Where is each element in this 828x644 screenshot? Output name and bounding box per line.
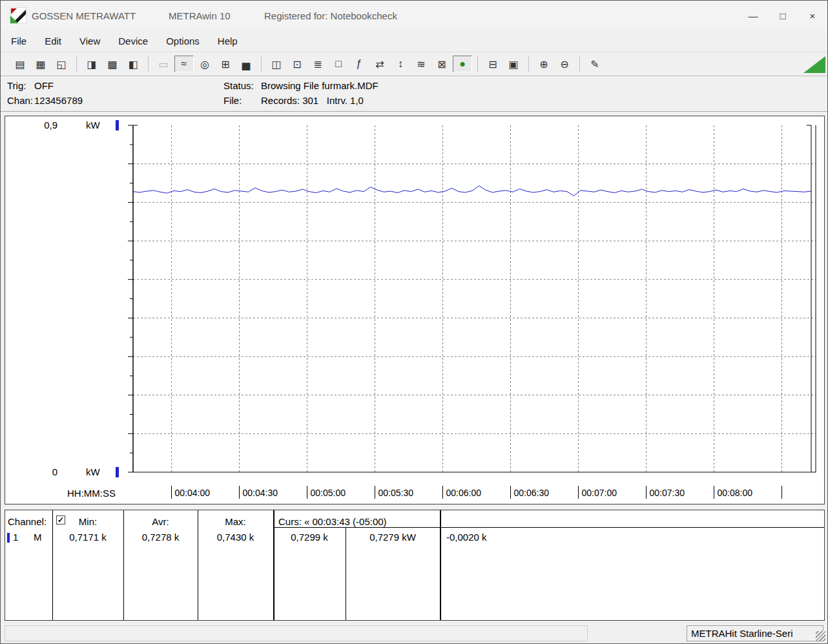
status-label: Status: <box>223 80 261 91</box>
channel-mode: M <box>34 532 42 543</box>
title-brand: GOSSEN METRAWATT <box>32 10 136 21</box>
channel-color-marker <box>7 533 10 543</box>
arrange-windows-button[interactable]: ◫ <box>267 56 286 72</box>
print-preview-button[interactable]: ⊟ <box>483 56 502 72</box>
x-tick-label: 00:07:30 <box>650 488 685 498</box>
close-button[interactable]: × <box>798 1 827 30</box>
device-name: METRAHit Starline-Seri <box>691 628 793 639</box>
zoom-amplitude-button[interactable]: ⊖ <box>555 56 574 72</box>
col-header-avr: Avr: <box>123 516 198 527</box>
x-tick-label: 00:05:30 <box>378 488 414 498</box>
copy-channels-button[interactable]: ⊠ <box>432 56 451 72</box>
envelope-curve-button[interactable]: ≋ <box>411 56 431 72</box>
menu-item-options[interactable]: Options <box>157 32 209 50</box>
statusbar-message-panel <box>5 625 588 641</box>
menu-item-edit[interactable]: Edit <box>36 32 70 50</box>
toolbar-separator <box>148 56 149 72</box>
status-bar: METRAHit Starline-Seri <box>1 623 827 643</box>
maximize-button[interactable]: □ <box>768 1 798 30</box>
device-memory-button[interactable]: ▩ <box>103 56 122 72</box>
x-tick-label: 00:08:00 <box>718 488 753 498</box>
x-tick-label: 00:04:00 <box>175 488 211 498</box>
channels-label: Chan: <box>7 95 34 106</box>
channel-avr-value: 0,7278 k <box>123 532 198 543</box>
title-app-name: METRAwin 10 <box>169 10 231 21</box>
x-axis-format-label: HH:MM:SS <box>67 488 116 499</box>
cursor-delta-value: -0,0020 k <box>446 532 487 543</box>
annotation-button[interactable]: ✎ <box>585 56 605 72</box>
monitor-view-button[interactable]: □ <box>329 56 348 72</box>
x-tick-label: 00:05:00 <box>311 488 346 498</box>
bargraph-view-button[interactable]: ▅ <box>236 56 256 72</box>
menu-item-device[interactable]: Device <box>109 32 157 50</box>
toolbar-separator <box>528 56 529 72</box>
info-bar: Trig:OFF Chan:123456789 Status:Browsing … <box>1 76 827 112</box>
export-data-button[interactable]: ⊡ <box>287 56 307 72</box>
x-tick-label: 00:07:00 <box>582 488 617 498</box>
open-file-button[interactable]: ◱ <box>52 56 71 72</box>
y-min-unit-label: kW <box>86 466 101 477</box>
toolbar-separator <box>261 56 262 72</box>
y-max-unit-label: kW <box>86 119 101 130</box>
channel-max-value: 0,7430 k <box>198 532 273 543</box>
y-min-label: 0 <box>52 466 57 477</box>
window-controls: — □ × <box>738 1 827 30</box>
title-bar: GOSSEN METRAWATT METRAwin 10 Registered … <box>1 1 827 30</box>
title-registered: Registered for: Notebookcheck <box>264 10 397 21</box>
col-header-max: Max: <box>198 516 273 527</box>
y-max-label: 0,9 <box>44 119 57 130</box>
device-name-panel: METRAHit Starline-Seri <box>687 625 823 641</box>
y-max-marker <box>116 120 119 130</box>
power-trace <box>133 186 811 196</box>
toolbar-separator <box>579 56 580 72</box>
print-button[interactable]: ▣ <box>504 56 523 72</box>
menu-item-file[interactable]: File <box>2 32 36 50</box>
minmax-curve-button[interactable]: ↕ <box>391 56 410 72</box>
channel-table-panel: Channel: ✓ Min: Avr: Max: Curs: « 00:03:… <box>5 510 825 621</box>
formula-editor-button[interactable]: ƒ <box>349 56 369 72</box>
xy-view-button[interactable]: ◎ <box>195 56 214 72</box>
yt-chart-view-button[interactable]: ≈ <box>174 56 194 72</box>
col-header-min: Min: <box>52 516 123 527</box>
cursor-header-underline <box>273 527 824 528</box>
app-window: GOSSEN METRAWATT METRAwin 10 Registered … <box>0 0 828 644</box>
resize-grip[interactable] <box>816 631 825 641</box>
y-min-marker <box>116 467 119 477</box>
channel-number: 1 <box>13 532 18 543</box>
save-data-button[interactable]: ▦ <box>31 56 50 72</box>
app-logo-icon <box>10 7 26 24</box>
col-header-cursor: Curs: « 00:03:43 (-05:00) <box>278 516 387 527</box>
cursor2-value: 0,7279 kW <box>346 532 440 543</box>
channels-value: 123456789 <box>34 95 83 106</box>
multimeter-view-button[interactable]: ▭ <box>154 56 173 72</box>
online-status-indicator <box>803 56 825 73</box>
trigger-value: OFF <box>34 80 54 91</box>
online-record-button[interactable]: ● <box>453 56 472 72</box>
file-value: Records: 301 Intrv. 1,0 <box>261 95 364 106</box>
table-view-button[interactable]: ⊞ <box>216 56 235 72</box>
open-data-window-button[interactable]: ▤ <box>10 56 30 72</box>
toolbar: ▤▦◱◨▩◧▭≈◎⊞▅◫⊡≣□ƒ⇄↕≋⊠●⊟▣⊕⊖✎ <box>1 52 827 76</box>
status-value: Browsing File furmark.MDF <box>261 80 378 91</box>
menu-bar: File Edit View Device Options Help <box>1 30 827 52</box>
minimize-button[interactable]: — <box>738 1 768 30</box>
menu-item-help[interactable]: Help <box>209 32 247 50</box>
read-device-button[interactable]: ◨ <box>82 56 101 72</box>
channel-min-value: 0,7171 k <box>52 532 123 543</box>
power-chart: 00:04:0000:04:3000:05:0000:05:3000:06:00… <box>5 116 824 504</box>
x-tick-label: 00:04:30 <box>243 488 278 498</box>
data-list-button[interactable]: ≣ <box>308 56 327 72</box>
pc-transfer-button[interactable]: ⇄ <box>370 56 389 72</box>
col-header-channel: Channel: <box>8 516 47 527</box>
x-tick-label: 00:06:00 <box>446 488 482 498</box>
menu-item-view[interactable]: View <box>70 32 109 50</box>
toolbar-separator <box>477 56 478 72</box>
file-label: File: <box>223 95 261 106</box>
cursor1-value: 0,7299 k <box>273 532 346 543</box>
send-to-device-button[interactable]: ◧ <box>123 56 143 72</box>
chart-panel: 00:04:0000:04:3000:05:0000:05:3000:06:00… <box>5 116 825 504</box>
toolbar-separator <box>76 56 77 72</box>
zoom-time-button[interactable]: ⊕ <box>534 56 554 72</box>
trigger-label: Trig: <box>7 80 34 91</box>
x-tick-label: 00:06:30 <box>514 488 550 498</box>
